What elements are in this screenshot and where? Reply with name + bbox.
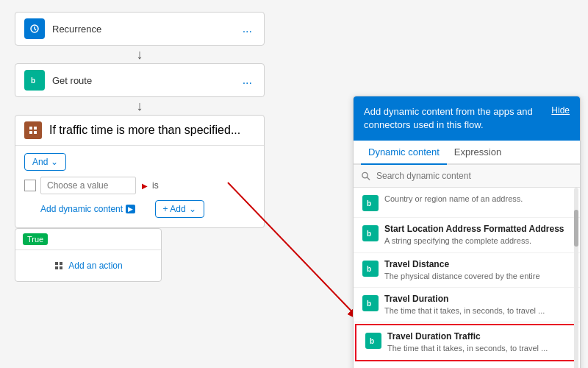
get-route-more[interactable]: ... [240,74,255,87]
svg-rect-9 [60,266,62,269]
svg-text:b: b [367,300,371,308]
item-country-desc: Country or region name of an address. [384,194,523,204]
recurrence-icon [24,18,45,39]
add-label: + Add [163,204,186,214]
search-icon [361,171,370,181]
true-block: True Add an action [15,228,162,282]
list-item[interactable]: b Travel Duration The time that it takes… [354,288,580,322]
panel-header: Add dynamic content from the apps and co… [354,96,580,141]
arrow-1: ↓ [15,46,265,63]
condition-icon [24,121,42,139]
list-item[interactable]: b Travel Distance The physical distance … [354,253,580,288]
add-action-button[interactable]: Add an action [54,261,122,271]
svg-rect-3 [34,127,37,130]
condition-title: If traffic time is more than specified [49,124,231,137]
list-item[interactable]: b Country or region name of an address. [354,188,580,218]
dynamic-content-text: Add dynamic content [40,204,123,214]
svg-rect-6 [55,262,58,265]
recurrence-more[interactable]: ... [240,22,255,35]
list-item[interactable]: b Start Location Address Formatted Addre… [354,218,580,252]
panel-header-text: Add dynamic content from the apps and co… [364,105,544,132]
value-row: ▶ is [24,177,255,194]
svg-line-11 [367,177,370,180]
recurrence-node: Recurrence ... [15,12,265,46]
true-body: Add an action [15,250,161,281]
svg-rect-8 [55,266,58,269]
choose-value-input[interactable] [40,177,136,194]
panel-item-list: b Country or region name of an address. … [354,188,580,368]
item-country: Country or region name of an address. [384,194,523,204]
and-chevron-icon: ⌄ [51,157,58,167]
and-label: And [32,157,48,167]
svg-point-10 [362,173,368,178]
svg-text:b: b [367,199,371,208]
condition-header: If traffic time is more than specified .… [15,116,264,146]
tab-expression[interactable]: Expression [447,141,509,163]
value-checkbox[interactable] [24,180,36,191]
bing-item-icon: b [362,261,379,277]
svg-text:b: b [370,337,374,345]
true-badge: True [23,233,48,245]
svg-text:b: b [367,230,371,238]
add-dynamic-content-link[interactable]: Add dynamic content ▶ [40,204,135,214]
add-action-label: Add an action [68,261,122,271]
and-button[interactable]: And ⌄ [24,153,66,171]
svg-rect-5 [34,131,37,134]
search-input[interactable] [376,171,573,181]
add-chevron-icon: ⌄ [189,204,196,214]
dynamic-content-icon: ▶ [126,205,135,213]
svg-rect-4 [29,131,32,134]
bing-item-icon: b [365,333,381,349]
panel-tabs: Dynamic content Expression [354,141,580,165]
bing-route-icon: b [24,70,45,91]
true-header: True [15,229,161,250]
item-travel-distance: Travel Distance The physical distance co… [384,259,540,281]
condition-more[interactable]: ... [231,124,240,137]
add-button[interactable]: + Add ⌄ [155,200,204,218]
scrollbar-thumb[interactable] [574,210,578,247]
add-action-icon [54,261,64,271]
arrow-2: ↓ [15,97,265,115]
svg-rect-2 [29,127,32,130]
svg-rect-7 [60,262,62,265]
tab-dynamic-content[interactable]: Dynamic content [361,141,447,165]
item-travel-duration: Travel Duration The time that it takes, … [384,294,545,316]
is-label: is [152,180,159,191]
condition-node: If traffic time is more than specified .… [15,115,265,228]
svg-text:b: b [367,265,371,273]
condition-body: And ⌄ ▶ is Add dynamic content ▶ + Add ⌄ [15,146,264,227]
arrow-pointer-icon: ▶ [142,182,148,190]
get-route-title: Get route [52,75,240,86]
item-start-location: Start Location Address Formatted Address… [384,224,564,246]
panel-search-box[interactable] [354,165,580,188]
get-route-node: b Get route ... [15,63,265,97]
svg-text:b: b [31,77,35,85]
panel-hide-button[interactable]: Hide [551,105,570,116]
bing-item-icon: b [362,225,379,241]
dynamic-panel: Add dynamic content from the apps and co… [353,96,581,368]
list-item-highlighted[interactable]: b Travel Duration Traffic The time that … [355,324,578,361]
scrollbar-track[interactable] [574,188,578,368]
recurrence-title: Recurrence [52,24,240,35]
bing-item-icon: b [362,195,379,211]
bing-item-icon: b [362,295,379,311]
scroll-indicator: ⌄ [354,363,580,368]
item-travel-duration-traffic: Travel Duration Traffic The time that it… [387,331,548,353]
